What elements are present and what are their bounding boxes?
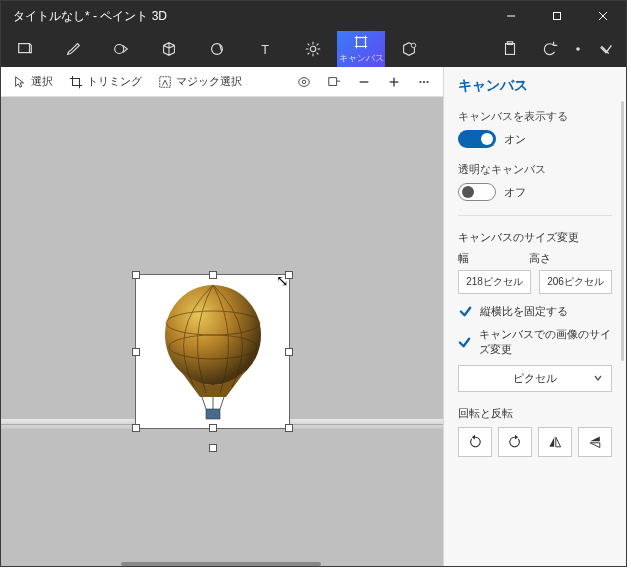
canvas-sidepanel: キャンバス キャンバスを表示する オン 透明なキャンバス オフ キャンバスのサイ… [443, 67, 626, 566]
transparent-canvas-state: オフ [504, 185, 526, 200]
transparent-canvas-label: 透明なキャンバス [458, 162, 612, 177]
canvas-stage[interactable]: ⤡ [1, 97, 443, 566]
height-label: 高さ [529, 251, 551, 266]
rotate-cw-button[interactable] [498, 427, 532, 457]
rotate-ccw-button[interactable] [458, 427, 492, 457]
resize-handle-tr[interactable] [285, 271, 293, 279]
check-icon [458, 335, 471, 349]
magic-select-tool[interactable]: マジック選択 [152, 69, 248, 95]
more-button[interactable] [411, 69, 437, 95]
history-dropdown[interactable] [570, 31, 586, 67]
svg-point-22 [411, 43, 416, 48]
svg-rect-23 [506, 44, 515, 55]
transparent-canvas-toggle[interactable] [458, 183, 496, 201]
resize-handle-ml[interactable] [132, 348, 140, 356]
zoom-out-button[interactable] [351, 69, 377, 95]
window-title: タイトルなし* - ペイント 3D [1, 8, 167, 25]
canvas-tab-label: キャンバス [339, 52, 384, 65]
minimize-button[interactable] [488, 1, 534, 31]
svg-text:T: T [261, 43, 269, 57]
3d-library-tab[interactable] [385, 31, 433, 67]
resize-image-checkbox[interactable]: キャンバスでの画像のサイズ変更 [458, 327, 612, 357]
show-canvas-state: オン [504, 132, 526, 147]
resize-handle-br[interactable] [285, 424, 293, 432]
3d-view-button[interactable] [291, 69, 317, 95]
svg-rect-40 [206, 409, 220, 419]
menu-button[interactable] [1, 31, 49, 67]
rotate-heading: 回転と反転 [458, 406, 612, 421]
paste-button[interactable] [490, 31, 530, 67]
check-icon [458, 305, 472, 319]
svg-line-14 [317, 53, 319, 55]
width-label: 幅 [458, 251, 469, 266]
horizontal-scrollbar[interactable] [121, 562, 321, 566]
svg-line-38 [220, 397, 224, 409]
unit-select[interactable]: ピクセル [458, 365, 612, 392]
titlebar: タイトルなし* - ペイント 3D [1, 1, 626, 31]
resize-handle-bl[interactable] [132, 424, 140, 432]
crop-tool[interactable]: トリミング [63, 69, 148, 95]
svg-rect-1 [554, 13, 561, 20]
resize-handle-tm[interactable] [209, 271, 217, 279]
canvas-tab[interactable]: キャンバス [337, 31, 385, 67]
svg-line-37 [202, 397, 206, 409]
svg-point-25 [576, 47, 580, 51]
2d-shapes-tab[interactable] [97, 31, 145, 67]
app-window: タイトルなし* - ペイント 3D T キャンバス 選択 [0, 0, 627, 567]
undo-button[interactable] [530, 31, 570, 67]
lock-aspect-checkbox[interactable]: 縦横比を固定する [458, 304, 612, 319]
app-body: 選択 トリミング マジック選択 [1, 67, 626, 566]
selection-toolbar: 選択 トリミング マジック選択 [1, 67, 443, 97]
flip-vertical-button[interactable] [578, 427, 612, 457]
chevron-down-icon [593, 373, 603, 385]
svg-rect-17 [357, 38, 366, 47]
text-tab[interactable]: T [241, 31, 289, 67]
svg-point-8 [310, 46, 315, 51]
maximize-button[interactable] [534, 1, 580, 31]
show-canvas-label: キャンバスを表示する [458, 109, 612, 124]
panel-heading: キャンバス [458, 77, 612, 95]
canvas-selection[interactable]: ⤡ [135, 274, 290, 429]
ribbon: T キャンバス [1, 31, 626, 67]
svg-point-27 [302, 80, 306, 84]
show-canvas-toggle[interactable] [458, 130, 496, 148]
height-input[interactable]: 206ピクセル [539, 270, 612, 294]
rotate-handle[interactable] [209, 444, 217, 452]
zoom-in-button[interactable] [381, 69, 407, 95]
canvas-area: 選択 トリミング マジック選択 [1, 67, 443, 566]
divider [458, 215, 612, 216]
vertical-scrollbar[interactable] [621, 101, 624, 361]
3d-shapes-tab[interactable] [145, 31, 193, 67]
brushes-tab[interactable] [49, 31, 97, 67]
effects-tab[interactable] [289, 31, 337, 67]
svg-point-5 [115, 45, 124, 54]
balloon-image [136, 275, 291, 430]
svg-line-15 [317, 44, 319, 46]
flip-horizontal-button[interactable] [538, 427, 572, 457]
resize-heading: キャンバスのサイズ変更 [458, 230, 612, 245]
svg-line-16 [308, 53, 310, 55]
svg-rect-4 [19, 44, 30, 53]
width-input[interactable]: 218ピクセル [458, 270, 531, 294]
stickers-tab[interactable] [193, 31, 241, 67]
svg-rect-26 [160, 76, 171, 87]
mixed-reality-button[interactable] [321, 69, 347, 95]
svg-line-13 [308, 44, 310, 46]
svg-point-33 [426, 80, 428, 82]
redo-button[interactable] [586, 31, 626, 67]
resize-handle-tl[interactable] [132, 271, 140, 279]
svg-point-32 [423, 80, 425, 82]
close-button[interactable] [580, 1, 626, 31]
resize-handle-mr[interactable] [285, 348, 293, 356]
resize-handle-bm[interactable] [209, 424, 217, 432]
svg-point-31 [419, 80, 421, 82]
window-controls [488, 1, 626, 31]
select-tool[interactable]: 選択 [7, 69, 59, 95]
